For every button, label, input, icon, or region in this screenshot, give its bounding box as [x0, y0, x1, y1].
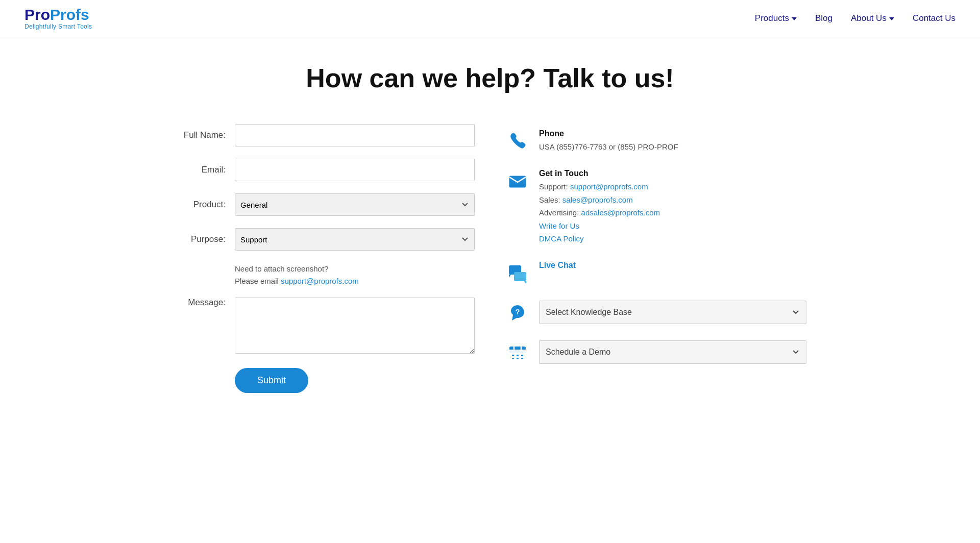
phone-text: USA (855)776-7763 or (855) PRO-PROF	[539, 140, 806, 154]
message-label: Message:	[174, 298, 235, 308]
phone-icon	[505, 129, 530, 154]
chevron-down-icon	[889, 17, 894, 20]
product-select[interactable]: General Quiz Maker Knowledge Base Live C…	[235, 193, 475, 216]
calendar-icon	[505, 340, 530, 365]
logo-profs: Profs	[50, 6, 89, 23]
schedule-demo-select[interactable]: Schedule a Demo	[539, 340, 806, 364]
svg-rect-14	[521, 358, 523, 359]
write-for-us-link[interactable]: Write for Us	[539, 221, 579, 230]
live-chat-link[interactable]: Live Chat	[539, 261, 576, 269]
logo[interactable]: ProProfs Delightfully Smart Tools	[24, 7, 92, 30]
phone-row: Phone USA (855)776-7763 or (855) PRO-PRO…	[505, 129, 806, 154]
mail-icon	[505, 169, 530, 193]
phone-title: Phone	[539, 129, 806, 138]
contact-form: Full Name: Email: Product: General Quiz …	[174, 124, 475, 393]
site-header: ProProfs Delightfully Smart Tools Produc…	[0, 0, 980, 37]
knowledge-base-row: ? Select Knowledge Base	[505, 301, 806, 325]
svg-rect-2	[514, 272, 526, 281]
purpose-select[interactable]: Support Sales Advertising Other	[235, 228, 475, 251]
help-icon: ?	[505, 301, 530, 325]
phone-content: Phone USA (855)776-7763 or (855) PRO-PRO…	[539, 129, 806, 154]
submit-button[interactable]: Submit	[235, 368, 308, 393]
full-name-input[interactable]	[235, 124, 475, 146]
get-in-touch-row: Get in Touch Support: support@proprofs.c…	[505, 169, 806, 245]
sales-email-link[interactable]: sales@proprofs.com	[562, 195, 633, 204]
product-row: Product: General Quiz Maker Knowledge Ba…	[174, 193, 475, 216]
nav-contact[interactable]: Contact Us	[913, 13, 955, 23]
advertising-email-link[interactable]: adsales@proprofs.com	[581, 208, 660, 217]
schedule-demo-row: Schedule a Demo	[505, 340, 806, 365]
purpose-label: Purpose:	[174, 234, 235, 244]
schedule-demo-content: Schedule a Demo	[539, 340, 806, 364]
svg-rect-9	[512, 355, 514, 356]
svg-rect-10	[517, 355, 519, 356]
main-nav: Products Blog About Us Contact Us	[755, 13, 955, 23]
product-label: Product:	[174, 200, 235, 210]
content-grid: Full Name: Email: Product: General Quiz …	[174, 124, 806, 393]
logo-pro: Pro	[24, 6, 50, 23]
get-in-touch-content: Get in Touch Support: support@proprofs.c…	[539, 169, 806, 245]
main-content: How can we help? Talk to us! Full Name: …	[133, 37, 847, 434]
message-textarea[interactable]	[235, 298, 475, 354]
message-row: Message:	[174, 298, 475, 354]
get-in-touch-title: Get in Touch	[539, 169, 806, 178]
svg-rect-11	[521, 355, 523, 356]
screenshot-email-link[interactable]: support@proprofs.com	[281, 277, 359, 285]
knowledge-base-content: Select Knowledge Base	[539, 301, 806, 324]
nav-about[interactable]: About Us	[851, 13, 894, 23]
svg-rect-6	[509, 350, 526, 353]
email-label: Email:	[174, 165, 235, 175]
dmca-policy-link[interactable]: DMCA Policy	[539, 234, 584, 243]
purpose-row: Purpose: Support Sales Advertising Other	[174, 228, 475, 251]
logo-tagline: Delightfully Smart Tools	[24, 23, 92, 30]
nav-blog[interactable]: Blog	[815, 13, 832, 23]
get-in-touch-text: Support: support@proprofs.com Sales: sal…	[539, 180, 806, 245]
knowledge-base-select[interactable]: Select Knowledge Base	[539, 301, 806, 324]
svg-text:?: ?	[516, 308, 520, 316]
full-name-row: Full Name:	[174, 124, 475, 146]
chevron-down-icon	[792, 17, 797, 20]
live-chat-content: Live Chat	[539, 261, 806, 270]
chat-icon	[505, 261, 530, 285]
svg-rect-13	[517, 358, 519, 359]
contact-info: Phone USA (855)776-7763 or (855) PRO-PRO…	[505, 124, 806, 380]
page-title: How can we help? Talk to us!	[174, 63, 806, 93]
submit-wrap: Submit	[235, 368, 475, 393]
email-row: Email:	[174, 159, 475, 181]
nav-products[interactable]: Products	[755, 13, 797, 23]
support-email-link[interactable]: support@proprofs.com	[570, 182, 648, 191]
svg-rect-12	[512, 358, 514, 359]
email-input[interactable]	[235, 159, 475, 181]
full-name-label: Full Name:	[174, 130, 235, 140]
live-chat-row: Live Chat	[505, 261, 806, 285]
screenshot-note: Need to attach screenshot? Please email …	[235, 263, 475, 287]
